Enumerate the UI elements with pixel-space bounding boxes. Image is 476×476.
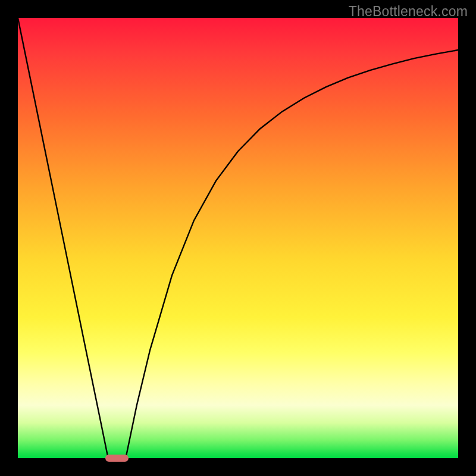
chart-frame: TheBottleneck.com (0, 0, 476, 476)
curve-svg (18, 18, 458, 458)
curve-left-branch (18, 18, 108, 458)
watermark-text: TheBottleneck.com (349, 4, 468, 20)
plot-area (18, 18, 458, 458)
curve-right-branch (126, 50, 458, 458)
minimum-marker (105, 455, 128, 461)
